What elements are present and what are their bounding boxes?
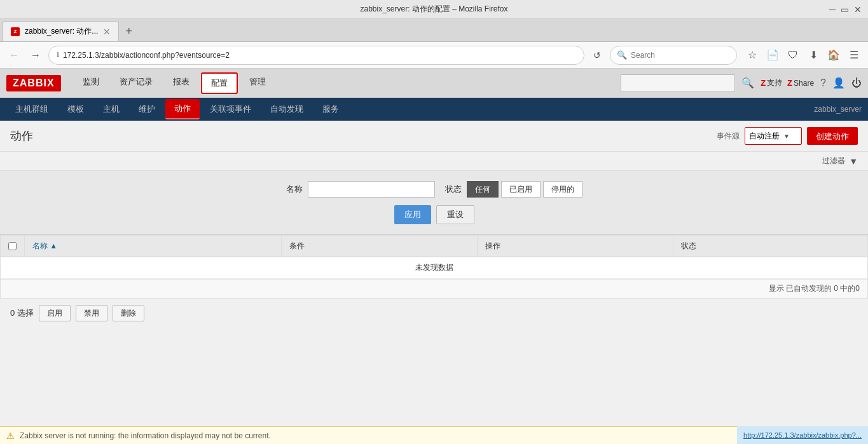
search-icon: 🔍 [617, 50, 627, 60]
subnav-hostgroups[interactable]: 主机群组 [6, 100, 57, 119]
reload-button[interactable]: ↺ [588, 46, 606, 64]
subnav-correlevents[interactable]: 关联项事件 [201, 100, 260, 119]
support-link[interactable]: Z支持 [761, 77, 782, 88]
tab-label: zabbix_server: 动作... [25, 26, 98, 37]
page-header: 动作 事件源 自动注册 ▼ 创建动作 [0, 121, 868, 152]
table-header-name[interactable]: 名称 ▲ [25, 236, 282, 257]
power-icon[interactable]: ⏻ [851, 77, 862, 89]
browser-toolbar: ☆ 📄 🛡 ⬇ 🏠 ☰ [743, 46, 863, 64]
filter-reset-button[interactable]: 重设 [436, 205, 474, 224]
tab-favicon: Z [11, 27, 20, 36]
eventsource-label: 事件源 [717, 131, 740, 142]
maximize-button[interactable]: ▭ [841, 4, 849, 15]
filter-icon: ▼ [849, 156, 858, 166]
status-any-button[interactable]: 任何 [467, 181, 499, 198]
address-box[interactable]: ℹ 172.25.1.3/zabbix/actionconf.php?event… [48, 46, 584, 65]
back-button[interactable]: ← [5, 46, 23, 64]
table-header-operations: 操作 [478, 236, 673, 257]
subnav-autodiscovery[interactable]: 自动发现 [261, 100, 312, 119]
filter-label: 过滤器 [822, 156, 845, 166]
eventsource-dropdown[interactable]: 自动注册 ▼ [745, 127, 802, 145]
header-links: Z支持 ZShare [761, 77, 814, 88]
pocket-button[interactable]: 🛡 [784, 46, 802, 64]
empty-message: 未发现数据 [1, 257, 867, 279]
close-button[interactable]: ✕ [854, 4, 862, 15]
minimize-button[interactable]: ─ [829, 4, 836, 15]
filter-name-input[interactable] [308, 181, 435, 198]
table-container: 名称 ▲ 条件 操作 状态 未发现数据 [0, 235, 868, 299]
page-title: 动作 [10, 128, 33, 144]
main-nav: 监测 资产记录 报表 配置 管理 [74, 72, 609, 94]
select-all-checkbox[interactable] [8, 242, 17, 250]
action-bar: 0 选择 启用 禁用 删除 [0, 299, 868, 328]
nav-item-monitor[interactable]: 监测 [74, 72, 108, 94]
page-header-right: 事件源 自动注册 ▼ 创建动作 [717, 127, 858, 145]
browser-addressbar: ← → ℹ 172.25.1.3/zabbix/actionconf.php?e… [0, 42, 868, 69]
filter-name-field: 名称 [286, 181, 435, 198]
status-enabled-button[interactable]: 已启用 [501, 181, 541, 198]
enable-button[interactable]: 启用 [39, 305, 71, 321]
share-link[interactable]: ZShare [787, 78, 814, 88]
select-count: 0 选择 [10, 307, 34, 319]
subnav-hosts[interactable]: 主机 [94, 100, 128, 119]
address-url: 172.25.1.3/zabbix/actionconf.php?eventso… [63, 51, 230, 60]
table-header-checkbox [1, 236, 25, 257]
actions-table: 名称 ▲ 条件 操作 状态 未发现数据 [1, 236, 867, 279]
search-icon[interactable]: 🔍 [741, 77, 754, 89]
bookmark-star-button[interactable]: ☆ [743, 46, 761, 64]
subnav-services[interactable]: 服务 [313, 100, 348, 119]
main-content: 动作 事件源 自动注册 ▼ 创建动作 过滤器 ▼ 名称 状态 任何 已启用 [0, 121, 868, 328]
disable-button[interactable]: 禁用 [76, 305, 107, 321]
help-icon[interactable]: ? [820, 77, 826, 89]
filter-status-label: 状态 [445, 184, 462, 195]
subnav-username: zabbix_server [814, 105, 862, 114]
delete-button[interactable]: 删除 [113, 305, 144, 321]
new-tab-button[interactable]: + [119, 21, 139, 41]
filter-bar: 过滤器 ▼ [0, 152, 868, 171]
status-buttons: 任何 已启用 停用的 [467, 181, 582, 198]
window-controls[interactable]: ─ ▭ ✕ [829, 4, 862, 15]
table-empty-row: 未发现数据 [1, 257, 867, 279]
app-header: ZABBIX 监测 资产记录 报表 配置 管理 🔍 Z支持 ZShare ? 👤… [0, 69, 868, 98]
reader-view-button[interactable]: 📄 [764, 46, 782, 64]
eventsource-value: 自动注册 [749, 131, 780, 142]
nav-item-config[interactable]: 配置 [201, 72, 238, 94]
forward-button[interactable]: → [27, 46, 45, 64]
filter-name-label: 名称 [286, 184, 303, 195]
browser-titlebar: zabbix_server: 动作的配置 – Mozilla Firefox ─… [0, 0, 868, 19]
sort-name[interactable]: 名称 ▲ [32, 241, 273, 252]
browser-title: zabbix_server: 动作的配置 – Mozilla Firefox [360, 4, 507, 15]
browser-search-input[interactable] [631, 51, 730, 60]
tab-close-button[interactable]: ✕ [103, 27, 111, 37]
user-icon[interactable]: 👤 [832, 77, 845, 89]
browser-tab[interactable]: Z zabbix_server: 动作... ✕ [3, 21, 119, 41]
lock-icon: ℹ [57, 51, 59, 59]
nav-item-reports[interactable]: 报表 [164, 72, 198, 94]
filter-apply-button[interactable]: 应用 [394, 205, 431, 224]
browser-search-box[interactable]: 🔍 [610, 46, 737, 65]
filter-row: 名称 状态 任何 已启用 停用的 [10, 181, 858, 198]
table-footer: 显示 已自动发现的 0 中的0 [1, 279, 867, 298]
filter-panel: 名称 状态 任何 已启用 停用的 应用 重设 [0, 171, 868, 235]
menu-button[interactable]: ☰ [845, 46, 863, 64]
subnav-actions[interactable]: 动作 [165, 99, 200, 119]
subnav-maintenance[interactable]: 维护 [130, 100, 164, 119]
home-button[interactable]: 🏠 [825, 46, 843, 64]
subnav-templates[interactable]: 模板 [59, 100, 93, 119]
header-right: 🔍 Z支持 ZShare ? 👤 ⏻ [621, 74, 862, 92]
filter-status-field: 状态 任何 已启用 停用的 [445, 181, 582, 198]
status-disabled-button[interactable]: 停用的 [543, 181, 582, 198]
filter-actions: 应用 重设 [10, 205, 858, 224]
subnav: 主机群组 模板 主机 维护 动作 关联项事件 自动发现 服务 zabbix_se… [0, 98, 868, 121]
nav-item-admin[interactable]: 管理 [240, 72, 275, 94]
dropdown-arrow-icon: ▼ [783, 133, 790, 140]
create-action-button[interactable]: 创建动作 [807, 127, 858, 145]
download-button[interactable]: ⬇ [804, 46, 822, 64]
table-header-status: 状态 [673, 236, 867, 257]
table-header-conditions: 条件 [281, 236, 477, 257]
app-search-input[interactable] [621, 74, 735, 92]
browser-tabbar: Z zabbix_server: 动作... ✕ + [0, 19, 868, 42]
nav-item-assets[interactable]: 资产记录 [111, 72, 162, 94]
zabbix-logo: ZABBIX [6, 75, 61, 91]
